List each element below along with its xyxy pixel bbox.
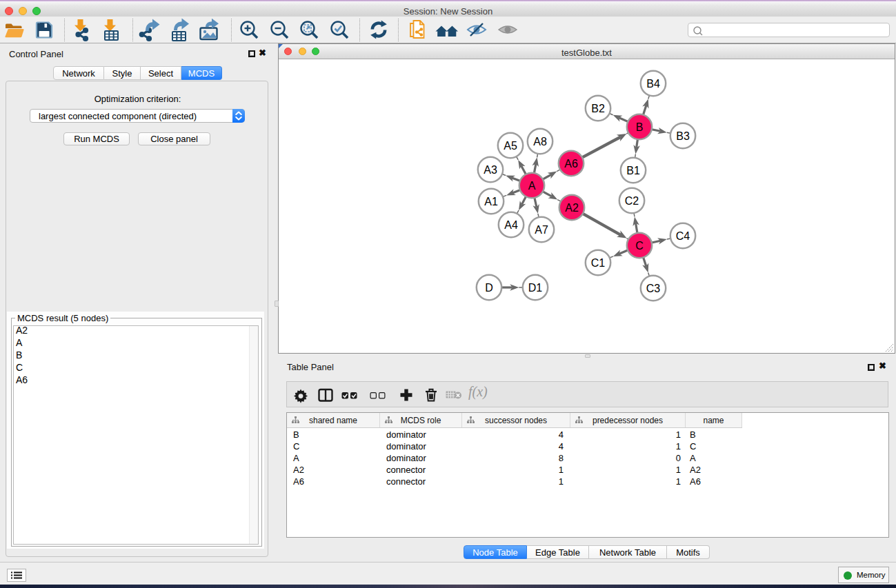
svg-text:A5: A5 — [504, 140, 517, 152]
svg-text:A: A — [528, 180, 536, 192]
svg-text:A2: A2 — [565, 202, 579, 214]
svg-text:A7: A7 — [535, 224, 548, 236]
svg-text:C1: C1 — [591, 257, 606, 269]
svg-text:C: C — [635, 240, 644, 252]
svg-text:B3: B3 — [676, 130, 690, 142]
svg-text:D: D — [485, 282, 493, 294]
svg-text:C2: C2 — [625, 195, 639, 207]
svg-text:A3: A3 — [484, 164, 497, 176]
svg-text:C4: C4 — [676, 230, 690, 242]
svg-text:B1: B1 — [626, 165, 640, 176]
svg-text:A4: A4 — [504, 219, 518, 231]
svg-text:B4: B4 — [646, 78, 660, 90]
svg-text:D1: D1 — [528, 282, 543, 294]
svg-text:A1: A1 — [484, 196, 498, 207]
svg-text:A8: A8 — [533, 136, 547, 148]
svg-text:C3: C3 — [646, 283, 661, 294]
svg-text:B2: B2 — [591, 103, 605, 114]
svg-text:B: B — [636, 121, 644, 133]
svg-text:A6: A6 — [564, 158, 578, 170]
